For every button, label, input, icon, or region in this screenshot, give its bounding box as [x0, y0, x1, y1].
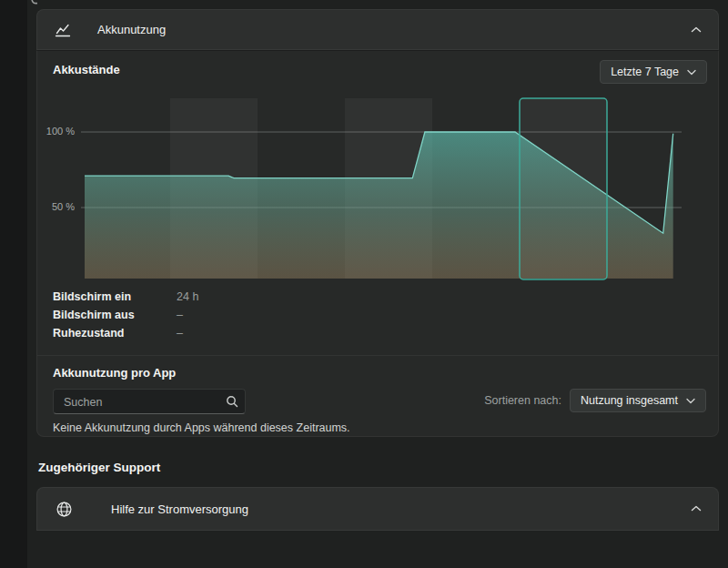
stat-row-screen-on: Bildschirm ein 24 h: [53, 290, 703, 307]
stat-value: –: [177, 309, 183, 321]
stat-row-sleep: Ruhezustand –: [53, 327, 703, 343]
sort-dropdown[interactable]: Nutzung insgesamt: [570, 389, 706, 412]
battery-levels-title: Akkustände: [53, 63, 120, 76]
search-input[interactable]: [62, 390, 222, 415]
no-usage-message: Keine Akkunutzung durch Apps während die…: [53, 421, 350, 434]
support-heading: Zugehöriger Support: [38, 461, 160, 474]
time-range-value: Letzte 7 Tage: [611, 66, 679, 78]
globe-icon: [56, 501, 73, 518]
line-chart-icon: [54, 21, 72, 39]
y-tick-100: 100 %: [37, 126, 75, 137]
clipped-content-above: [30, 0, 41, 5]
battery-level-chart[interactable]: [81, 92, 682, 283]
time-range-dropdown[interactable]: Letzte 7 Tage: [600, 60, 707, 84]
chevron-down-icon: [686, 398, 695, 404]
stat-label: Ruhezustand: [53, 327, 124, 340]
battery-usage-card: Akkustände Letzte 7 Tage 100 % 50 %: [36, 50, 719, 437]
sort-group: Sortieren nach: Nutzung insgesamt: [484, 389, 706, 412]
stat-value: 24 h: [177, 290, 198, 303]
sort-value: Nutzung insgesamt: [581, 394, 678, 407]
app-search-box: [53, 389, 246, 414]
section-divider: [37, 355, 718, 356]
y-tick-50: 50 %: [37, 201, 75, 212]
stat-label: Bildschirm aus: [53, 309, 135, 321]
stat-row-screen-off: Bildschirm aus –: [53, 309, 703, 325]
per-app-title: Akkunutzung pro App: [53, 366, 176, 380]
settings-page: Akkunutzung Akkustände Letzte 7 Tage 100…: [0, 0, 728, 568]
chevron-up-icon[interactable]: [691, 505, 702, 512]
chevron-up-icon[interactable]: [691, 26, 702, 34]
battery-usage-expander-header[interactable]: Akkunutzung: [36, 9, 719, 50]
support-card-title: Hilfe zur Stromversorgung: [111, 502, 248, 516]
search-icon[interactable]: [226, 395, 238, 408]
expander-title: Akkunutzung: [97, 23, 166, 36]
stat-label: Bildschirm ein: [53, 290, 131, 303]
chevron-down-icon: [687, 69, 696, 76]
stat-value: –: [177, 327, 183, 340]
support-expander-header[interactable]: Hilfe zur Stromversorgung: [36, 487, 719, 531]
sort-label: Sortieren nach:: [484, 394, 561, 407]
